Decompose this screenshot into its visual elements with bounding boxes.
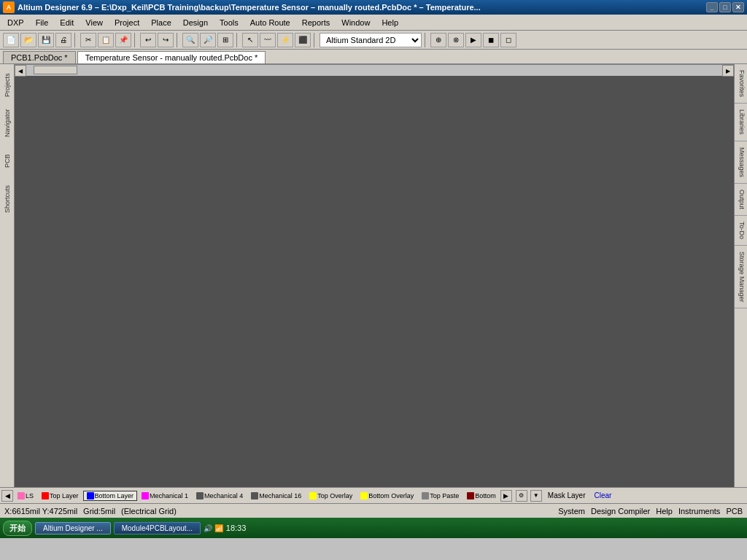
sidebar-navigator[interactable]: Navigator — [1, 105, 13, 141]
scroll-left-btn[interactable]: ◀ — [15, 65, 26, 77]
layer-top-overlay[interactable]: Top Overlay — [306, 491, 356, 501]
layer-ls-dot — [18, 492, 25, 499]
tab-pcb1[interactable]: PCB1.PcbDoc * — [3, 51, 76, 63]
layer-filter-btn[interactable]: ▼ — [530, 490, 542, 502]
taskbar-altium-label: Altium Designer ... — [43, 524, 103, 532]
h-scroll-thumb[interactable] — [34, 66, 77, 74]
menu-autoroute[interactable]: Auto Route — [244, 17, 296, 28]
layer-bottom[interactable]: Bottom Layer — [83, 491, 138, 501]
tb-sep4 — [236, 33, 239, 47]
sidebar-output[interactable]: Output — [735, 184, 747, 216]
tb-zoom-in[interactable]: 🔍 — [182, 33, 198, 47]
sidebar-messages[interactable]: Messages — [735, 141, 747, 184]
layer-bottom-extra[interactable]: Bottom — [463, 491, 500, 501]
sidebar-storage[interactable]: Storage Manager — [735, 246, 747, 309]
layer-top-label: Top Layer — [50, 492, 79, 499]
tb-sep5 — [314, 33, 317, 47]
layer-toppaste-label: Top Paste — [430, 492, 459, 499]
tb-cut[interactable]: ✂ — [80, 33, 96, 47]
sidebar-shortcuts[interactable]: Shortcuts — [1, 181, 13, 217]
tab-temp-sensor[interactable]: Temperature Sensor - manually routed.Pcb… — [77, 51, 266, 63]
taskbar-module4-label: Module4PCBLayout... — [122, 524, 193, 532]
start-button[interactable]: 开始 — [3, 521, 32, 536]
sidebar-todo[interactable]: To-Do — [735, 216, 747, 246]
layer-bar: ◀ LS Top Layer Bottom Layer Mechanical 1… — [0, 487, 747, 503]
scroll-right-btn[interactable]: ▶ — [722, 65, 734, 77]
layer-top-paste[interactable]: Top Paste — [418, 491, 462, 501]
menu-design[interactable]: Design — [177, 17, 214, 28]
layer-mech4-dot — [196, 492, 204, 499]
right-sidebar: Favorites Libraries Messages Output To-D… — [734, 64, 747, 487]
taskbar-altium[interactable]: Altium Designer ... — [35, 522, 111, 534]
taskbar-module4[interactable]: Module4PCBLayout... — [114, 522, 201, 534]
tab-bar: PCB1.PcbDoc * Temperature Sensor - manua… — [0, 50, 747, 64]
menu-tools[interactable]: Tools — [214, 17, 244, 28]
tb-zoom-out[interactable]: 🔎 — [200, 33, 216, 47]
sidebar-projects[interactable]: Projects — [1, 67, 13, 104]
sidebar-favorites[interactable]: Favorites — [735, 64, 747, 104]
tb-open[interactable]: 📂 — [20, 33, 36, 47]
layer-mech1[interactable]: Mechanical 1 — [138, 491, 192, 501]
tb-wire[interactable]: 〰 — [260, 33, 276, 47]
layer-scroll-right[interactable]: ▶ — [500, 490, 512, 502]
layer-top[interactable]: Top Layer — [38, 491, 82, 501]
menu-help[interactable]: Help — [376, 17, 404, 28]
status-design-compiler[interactable]: Design Compiler — [591, 507, 650, 516]
layer-mech4[interactable]: Mechanical 4 — [193, 491, 247, 501]
tb-sep6 — [425, 33, 427, 47]
menu-dxp[interactable]: DXP — [1, 17, 30, 28]
tb-place-comp[interactable]: ⬛ — [295, 33, 311, 47]
tb-route[interactable]: ⚡ — [277, 33, 293, 47]
sidebar-pcb[interactable]: PCB — [1, 143, 13, 179]
tb-undo[interactable]: ↩ — [140, 33, 156, 47]
tb-extra3[interactable]: ▶ — [465, 33, 481, 47]
taskbar: 开始 Altium Designer ... Module4PCBLayout.… — [0, 518, 747, 538]
menu-window[interactable]: Window — [336, 17, 376, 28]
tb-sep1 — [74, 33, 77, 47]
menu-project[interactable]: Project — [109, 17, 145, 28]
tb-select[interactable]: ↖ — [242, 33, 258, 47]
layer-ls[interactable]: LS — [14, 491, 37, 501]
window-controls[interactable]: _ □ ✕ — [706, 2, 744, 12]
status-system[interactable]: System — [558, 507, 585, 516]
tb-zoom-fit[interactable]: ⊞ — [217, 33, 233, 47]
layer-mech1-label: Mechanical 1 — [150, 492, 188, 499]
sidebar-libraries[interactable]: Libraries — [735, 104, 747, 141]
menu-edit[interactable]: Edit — [54, 17, 80, 28]
layer-bottom-dot — [87, 492, 94, 499]
menu-reports[interactable]: Reports — [296, 17, 336, 28]
layer-bot-overlay[interactable]: Bottom Overlay — [357, 491, 417, 501]
tb-print[interactable]: 🖨 — [55, 33, 71, 47]
tb-new[interactable]: 📄 — [3, 33, 19, 47]
layer-mech16[interactable]: Mechanical 16 — [247, 491, 305, 501]
layer-bottom-label: Bottom Layer — [95, 492, 134, 499]
tb-copy[interactable]: 📋 — [98, 33, 114, 47]
close-button[interactable]: ✕ — [732, 2, 744, 12]
menu-file[interactable]: File — [30, 17, 55, 28]
view-mode-dropdown[interactable]: Altium Standard 2D — [320, 33, 422, 47]
maximize-button[interactable]: □ — [719, 2, 731, 12]
menu-place[interactable]: Place — [145, 17, 177, 28]
system-tray: 🔊 📶 18:33 — [204, 524, 249, 532]
status-pcb[interactable]: PCB — [726, 507, 743, 516]
minimize-button[interactable]: _ — [706, 2, 718, 12]
status-instruments[interactable]: Instruments — [678, 507, 720, 516]
tb-paste[interactable]: 📌 — [115, 33, 131, 47]
layer-botov-dot — [360, 492, 368, 499]
layer-botextra-label: Bottom — [475, 492, 496, 499]
tb-save[interactable]: 💾 — [38, 33, 54, 47]
layer-settings-btn[interactable]: ⚙ — [516, 490, 527, 502]
tb-extra1[interactable]: ⊕ — [430, 33, 446, 47]
tb-redo[interactable]: ↪ — [158, 33, 174, 47]
layer-scroll-left[interactable]: ◀ — [1, 490, 13, 502]
layer-toppaste-dot — [422, 492, 429, 499]
h-scrollbar: ◀ ▶ — [15, 64, 734, 76]
menu-view[interactable]: View — [80, 17, 109, 28]
tb-extra2[interactable]: ⊗ — [448, 33, 464, 47]
status-help[interactable]: Help — [656, 507, 673, 516]
layer-tools: ⚙ ▼ Mask Layer Clear — [516, 490, 615, 502]
tb-extra4[interactable]: ◼ — [483, 33, 499, 47]
clear-label[interactable]: Clear — [591, 491, 614, 499]
menu-bar: DXP File Edit View Project Place Design … — [0, 15, 747, 31]
tb-extra5[interactable]: ◻ — [500, 33, 516, 47]
